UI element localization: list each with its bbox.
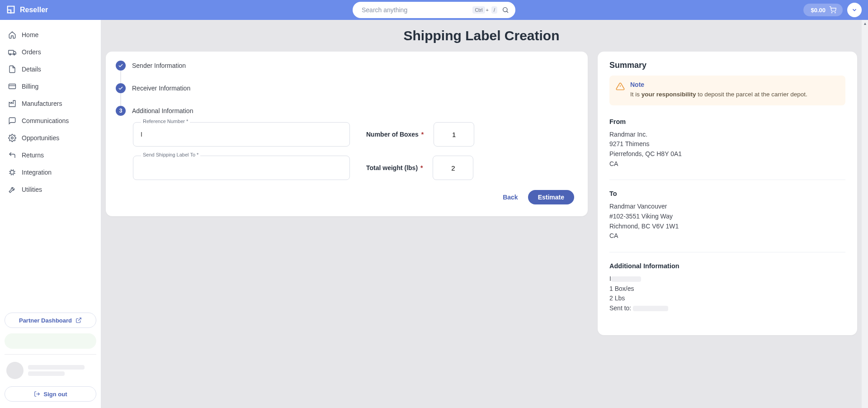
addl-sent-to: Sent to: (609, 304, 845, 313)
billing-icon (8, 82, 16, 90)
orders-icon (8, 48, 16, 56)
from-street: 9271 Thimens (609, 139, 845, 149)
scrollbar[interactable]: ▴ (862, 20, 868, 408)
sign-out-button[interactable]: Sign out (5, 386, 96, 402)
brand-logo-icon (6, 5, 16, 15)
returns-icon (8, 151, 16, 159)
weight-input[interactable] (433, 156, 473, 180)
addl-weight: 2 Lbs (609, 294, 845, 304)
search-input[interactable] (362, 6, 471, 14)
profile-menu-button[interactable] (847, 3, 862, 17)
sidebar-item-opportunities[interactable]: Opportunities (4, 130, 97, 146)
send-label-to-input[interactable] (133, 156, 350, 180)
step-complete-icon (116, 83, 126, 93)
redacted-placeholder (611, 276, 641, 282)
sidebar-item-label: Opportunities (22, 134, 59, 142)
summary-additional: Additional Information I 1 Box/es 2 Lbs … (609, 260, 845, 323)
to-city: Richmond, BC V6V 1W1 (609, 222, 845, 232)
from-name: Randmar Inc. (609, 130, 845, 140)
step-label: Sender Information (132, 62, 186, 69)
note-box: Note It is your responsibility to deposi… (609, 76, 845, 105)
home-icon (8, 31, 16, 39)
weight-label: Total weight (lbs) * (366, 164, 423, 171)
svg-point-5 (14, 54, 15, 55)
divider (609, 252, 845, 252)
svg-rect-6 (9, 84, 16, 89)
opportunities-icon (8, 134, 16, 142)
to-street: #102-3551 Viking Way (609, 212, 845, 222)
search-icon (502, 6, 509, 14)
summary-additional-label: Additional Information (609, 262, 845, 270)
send-label-to-label: Send Shipping Label To * (141, 152, 200, 157)
avatar (6, 362, 24, 379)
svg-point-0 (503, 8, 507, 12)
kbd-plus: + (486, 7, 489, 13)
external-link-icon (75, 317, 82, 323)
step-complete-icon (116, 61, 126, 71)
status-pill (5, 333, 96, 349)
reference-number-label: Reference Number * (141, 119, 190, 124)
global-search[interactable]: Ctrl + / (353, 2, 515, 18)
page-title: Shipping Label Creation (106, 20, 857, 52)
step-additional: 3 Additional Information (116, 106, 574, 116)
balance-pill[interactable]: $0.00 (803, 4, 843, 16)
redacted-placeholder (633, 306, 668, 311)
chevron-down-icon (851, 7, 858, 13)
step-sender[interactable]: Sender Information (116, 61, 574, 71)
boxes-input[interactable] (434, 122, 474, 147)
sidebar-item-orders[interactable]: Orders (4, 44, 97, 60)
manufacturers-icon (8, 100, 16, 108)
sidebar-item-home[interactable]: Home (4, 27, 97, 43)
sidebar-item-utilities[interactable]: Utilities (4, 182, 97, 197)
sign-out-icon (34, 391, 40, 397)
cart-icon (829, 6, 836, 14)
divider (5, 354, 96, 355)
sidebar-item-details[interactable]: Details (4, 62, 97, 77)
svg-rect-3 (9, 50, 14, 54)
sidebar-item-label: Integration (22, 169, 52, 176)
step-connector (120, 93, 121, 106)
brand: Reseller (6, 5, 48, 15)
sidebar-item-billing[interactable]: Billing (4, 79, 97, 94)
sidebar-item-manufacturers[interactable]: Manufacturers (4, 96, 97, 111)
back-button[interactable]: Back (503, 194, 518, 201)
summary-card: Summary Note It is your responsibility t… (598, 52, 857, 335)
note-title: Note (630, 81, 807, 88)
estimate-button[interactable]: Estimate (528, 190, 574, 204)
reference-number-input[interactable] (133, 122, 350, 147)
partner-dashboard-button[interactable]: Partner Dashboard (5, 313, 96, 328)
svg-point-4 (9, 54, 11, 55)
sidebar-item-label: Orders (22, 48, 41, 56)
step-receiver[interactable]: Receiver Information (116, 83, 574, 93)
communications-icon (8, 117, 16, 125)
user-name-placeholder (28, 365, 85, 370)
to-country: CA (609, 231, 845, 241)
balance-value: $0.00 (811, 7, 826, 14)
svg-point-8 (11, 137, 14, 139)
reference-number-field-wrap: Reference Number * (133, 122, 350, 147)
main-content: Shipping Label Creation Sender Informati… (101, 20, 862, 408)
user-email-placeholder (28, 371, 65, 376)
sidebar-item-label: Utilities (22, 186, 42, 193)
step-connector (120, 71, 121, 83)
sidebar-item-communications[interactable]: Communications (4, 113, 97, 128)
sidebar-item-label: Returns (22, 152, 44, 159)
sidebar-item-integration[interactable]: Integration (4, 165, 97, 180)
from-country: CA (609, 159, 845, 169)
sign-out-label: Sign out (44, 391, 67, 398)
app-header: Reseller Ctrl + / $0.00 (0, 0, 868, 20)
sidebar-item-label: Manufacturers (22, 100, 62, 107)
summary-title: Summary (609, 61, 845, 70)
warning-icon (616, 82, 625, 91)
sidebar-item-label: Home (22, 31, 38, 38)
sidebar-item-returns[interactable]: Returns (4, 147, 97, 163)
kbd-slash: / (491, 6, 497, 14)
note-text: It is your responsibility to deposit the… (630, 90, 807, 99)
svg-point-2 (835, 12, 835, 13)
step-label: Receiver Information (132, 85, 190, 92)
integration-icon (8, 168, 16, 176)
scroll-up-arrow-icon[interactable]: ▴ (862, 20, 868, 26)
user-block (5, 360, 96, 381)
sidebar-item-label: Details (22, 66, 41, 73)
summary-from-label: From (609, 118, 845, 125)
